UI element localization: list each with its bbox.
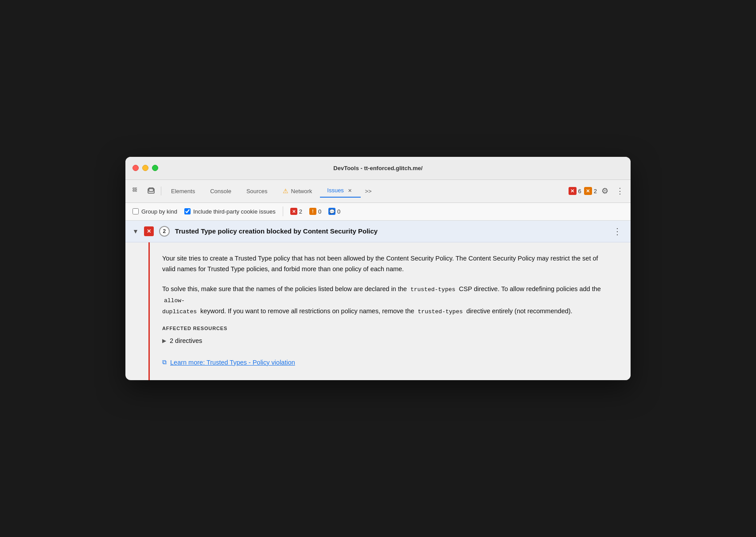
error-badge: ✕ 6	[569, 187, 581, 195]
issues-subtoolbar: Group by kind Include third-party cookie…	[125, 203, 631, 221]
group-by-kind-checkbox[interactable]	[132, 208, 139, 214]
svg-rect-1	[135, 188, 136, 189]
error-badge-group: ✕ 6 ✕ 2	[569, 187, 597, 195]
tab-network[interactable]: ⚠ Network	[276, 185, 320, 197]
warning-badge-icon: ✕	[584, 187, 592, 195]
learn-more-section: ⧉ Learn more: Trusted Types - Policy vio…	[162, 358, 610, 366]
issue-count-circle: 2	[159, 226, 170, 237]
issue-more-button[interactable]: ⋮	[611, 226, 624, 237]
expand-arrow-icon[interactable]: ▼	[132, 228, 139, 235]
cursor-icon[interactable]	[129, 184, 143, 198]
issues-error-icon: ✕	[290, 208, 297, 215]
desc-p2-mid2: keyword. If you want to remove all restr…	[199, 307, 416, 315]
external-link-icon: ⧉	[162, 358, 167, 366]
layers-icon[interactable]	[144, 184, 158, 198]
close-issues-tab[interactable]: ✕	[347, 187, 354, 194]
network-warning-icon: ⚠	[283, 187, 288, 195]
issues-error-badge: ✕ 2	[290, 208, 302, 215]
content-scrollbar-area: ▼ ✕ 2 Trusted Type policy creation block…	[125, 221, 631, 381]
svg-rect-0	[133, 188, 134, 189]
code-trusted-types-2: trusted-types	[416, 308, 464, 315]
tab-issues[interactable]: Issues ✕	[320, 184, 360, 198]
include-third-party-checkbox[interactable]	[184, 208, 191, 214]
issues-error-count: 2	[299, 208, 302, 215]
tab-elements[interactable]: Elements	[164, 185, 202, 197]
devtools-window: DevTools - tt-enforced.glitch.me/ Elemen…	[125, 157, 631, 381]
scrollbar[interactable]	[624, 242, 631, 381]
issue-description-p1: Your site tries to create a Trusted Type…	[162, 253, 610, 275]
include-third-party-checkbox-label[interactable]: Include third-party cookie issues	[184, 208, 276, 215]
main-toolbar: Elements Console Sources ⚠ Network Issue…	[125, 180, 631, 203]
issue-description-p2: To solve this, make sure that the names …	[162, 284, 610, 317]
issue-error-badge: ✕	[144, 226, 154, 236]
issues-content: ▼ ✕ 2 Trusted Type policy creation block…	[125, 221, 631, 381]
desc-p2-end: directive entirely (not recommended).	[464, 307, 572, 315]
issue-title: Trusted Type policy creation blocked by …	[175, 227, 606, 235]
issues-info-badge: 💬 0	[328, 208, 340, 215]
tab-more-button[interactable]: >>	[362, 185, 375, 197]
toolbar-separator-1	[161, 187, 161, 195]
issues-info-count: 0	[337, 208, 340, 215]
directives-row[interactable]: ▶ 2 directives	[162, 335, 610, 346]
tab-sources[interactable]: Sources	[239, 185, 275, 197]
issue-indent	[125, 242, 148, 381]
issues-info-icon: 💬	[328, 208, 335, 215]
group-by-kind-checkbox-label[interactable]: Group by kind	[132, 208, 177, 215]
tab-console[interactable]: Console	[203, 185, 238, 197]
code-trusted-types-1: trusted-types	[409, 286, 457, 293]
desc-p2-mid1: CSP directive. To allow redefining polic…	[457, 285, 601, 292]
close-button[interactable]	[132, 165, 139, 171]
more-options-button[interactable]: ⋮	[613, 184, 627, 198]
desc-p2-prefix: To solve this, make sure that the names …	[162, 285, 409, 292]
settings-button[interactable]: ⚙	[598, 184, 612, 198]
minimize-button[interactable]	[142, 165, 148, 171]
affected-resources-section: AFFECTED RESOURCES ▶ 2 directives	[162, 326, 610, 346]
issue-body-container: Your site tries to create a Trusted Type…	[125, 242, 631, 381]
svg-rect-5	[149, 188, 153, 191]
warning-count: 2	[594, 188, 597, 195]
error-count: 6	[578, 188, 581, 195]
svg-rect-3	[135, 190, 136, 191]
directives-arrow-icon: ▶	[162, 338, 166, 344]
issue-body: Your site tries to create a Trusted Type…	[148, 242, 624, 381]
error-badge-icon: ✕	[569, 187, 577, 195]
warning-badge-group: ✕ 2	[584, 187, 597, 195]
learn-more-link[interactable]: Learn more: Trusted Types - Policy viola…	[170, 359, 295, 366]
window-title: DevTools - tt-enforced.glitch.me/	[333, 165, 422, 171]
svg-rect-2	[133, 190, 134, 191]
code-allow-duplicates: allow-duplicates	[162, 297, 199, 315]
issues-warning-icon: !	[309, 208, 316, 215]
traffic-lights	[132, 165, 158, 171]
issues-warning-badge: ! 0	[309, 208, 321, 215]
title-bar: DevTools - tt-enforced.glitch.me/	[125, 157, 631, 180]
issue-header[interactable]: ▼ ✕ 2 Trusted Type policy creation block…	[125, 221, 631, 242]
sub-separator	[283, 206, 283, 216]
affected-resources-label: AFFECTED RESOURCES	[162, 326, 610, 331]
directives-label: 2 directives	[170, 337, 202, 344]
issues-warning-count: 0	[318, 208, 321, 215]
maximize-button[interactable]	[152, 165, 158, 171]
